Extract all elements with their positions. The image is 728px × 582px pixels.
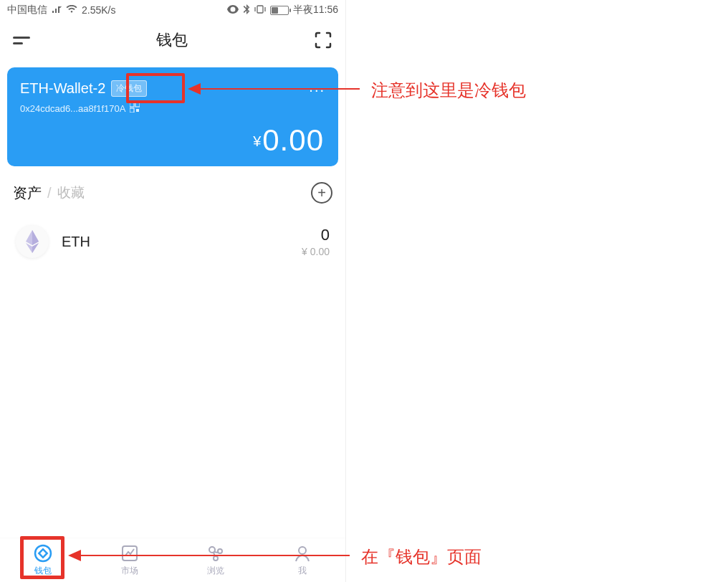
svg-rect-0 bbox=[257, 6, 263, 13]
annotation-highlight-badge bbox=[126, 73, 185, 103]
tab-market-label: 市场 bbox=[121, 565, 138, 577]
tab-me-label: 我 bbox=[298, 565, 307, 577]
svg-point-9 bbox=[218, 549, 222, 553]
svg-rect-4 bbox=[136, 109, 139, 112]
page-title: 钱包 bbox=[156, 29, 188, 51]
currency-symbol: ¥ bbox=[253, 133, 261, 150]
balance-amount: 0.00 bbox=[262, 123, 324, 158]
svg-rect-3 bbox=[130, 108, 134, 113]
wallet-address: 0x24cdcad6...aa8f1f170A bbox=[20, 103, 125, 114]
time-label: 半夜11:56 bbox=[293, 4, 338, 16]
wifi-icon bbox=[66, 4, 77, 16]
annotation-highlight-tab bbox=[20, 536, 64, 579]
eth-icon bbox=[16, 225, 49, 258]
tab-me[interactable]: 我 bbox=[259, 538, 346, 582]
tab-browse-label: 浏览 bbox=[207, 565, 224, 577]
svg-point-11 bbox=[299, 547, 306, 554]
annotation-arrow-head-1 bbox=[188, 83, 201, 95]
carrier-label: 中国电信 bbox=[7, 4, 47, 16]
add-asset-button[interactable]: + bbox=[311, 182, 332, 204]
tab-separator: / bbox=[47, 185, 52, 201]
asset-fiat: ¥ 0.00 bbox=[302, 246, 330, 257]
phone-screen: 中国电信 2.55K/s 半夜11:56 bbox=[0, 0, 346, 582]
annotation-arrow-line-1 bbox=[201, 88, 360, 90]
wallet-name: ETH-Wallet-2 bbox=[20, 80, 105, 97]
tab-assets[interactable]: 资产 bbox=[13, 183, 42, 203]
annotation-text-cold-wallet: 注意到这里是冷钱包 bbox=[371, 79, 526, 102]
asset-row[interactable]: ETH 0 ¥ 0.00 bbox=[0, 204, 345, 265]
tab-favorites[interactable]: 收藏 bbox=[57, 183, 85, 202]
status-bar: 中国电信 2.55K/s 半夜11:56 bbox=[0, 0, 345, 20]
eye-icon bbox=[227, 4, 239, 16]
battery-icon bbox=[270, 6, 289, 15]
signal-icon bbox=[52, 4, 62, 16]
svg-point-10 bbox=[214, 556, 218, 560]
tab-browse[interactable]: 浏览 bbox=[173, 538, 259, 582]
tab-market[interactable]: 市场 bbox=[87, 538, 173, 582]
bluetooth-icon bbox=[243, 4, 250, 16]
annotation-arrow-head-2 bbox=[68, 550, 81, 561]
qr-icon[interactable] bbox=[130, 102, 140, 115]
me-tab-icon bbox=[292, 543, 312, 563]
asset-symbol: ETH bbox=[62, 234, 90, 250]
menu-icon[interactable] bbox=[13, 37, 30, 44]
asset-quantity: 0 bbox=[302, 226, 330, 244]
vibrate-icon bbox=[254, 4, 266, 16]
annotation-arrow-line-2 bbox=[81, 555, 350, 556]
assets-header: 资产 / 收藏 + bbox=[0, 166, 345, 204]
app-header: 钱包 bbox=[0, 20, 345, 60]
browse-tab-icon bbox=[206, 543, 226, 563]
scan-icon[interactable] bbox=[314, 31, 332, 49]
svg-point-8 bbox=[209, 547, 215, 553]
annotation-text-wallet-page: 在『钱包』页面 bbox=[361, 545, 482, 568]
network-speed: 2.55K/s bbox=[82, 4, 115, 16]
wallet-balance: ¥ 0.00 bbox=[253, 123, 324, 158]
market-tab-icon bbox=[120, 543, 140, 563]
wallet-more-button[interactable]: ··· bbox=[309, 82, 325, 98]
